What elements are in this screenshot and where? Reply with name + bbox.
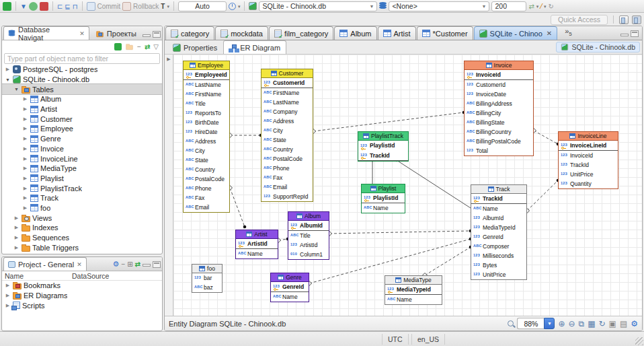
refresh-diagram-icon[interactable]: ↻ xyxy=(598,319,605,328)
expand-arrow-icon[interactable]: ▶ xyxy=(5,67,11,72)
zoom-in-icon[interactable]: ⊕ xyxy=(558,319,565,328)
entity-header[interactable]: foo xyxy=(192,265,222,273)
link-folder-icon[interactable] xyxy=(126,45,132,50)
expand-arrow-icon[interactable]: ▶ xyxy=(13,215,19,221)
entity-column-email[interactable]: ABCEmail xyxy=(261,182,313,192)
entity-column-invoiceid[interactable]: 123InvoiceId xyxy=(465,70,533,80)
view-menu-icon[interactable]: ▽ xyxy=(153,43,159,50)
entity-column-name[interactable]: ABCName xyxy=(362,203,405,213)
entity-column-column1[interactable]: 010Column1 xyxy=(288,250,329,259)
er-relationship-line[interactable] xyxy=(313,112,464,131)
rollback-icon[interactable] xyxy=(122,2,131,11)
entity-column-lastname[interactable]: ABCLastName xyxy=(184,80,229,90)
entity-column-city[interactable]: ABCCity xyxy=(184,146,229,155)
expand-arrow-icon[interactable]: ▶ xyxy=(22,106,28,112)
settings-gear-icon[interactable]: ⚙ xyxy=(113,260,120,269)
compare-icon[interactable]: ⇄ xyxy=(528,2,534,11)
entity-genre[interactable]: Genre123GenreIdABCName xyxy=(270,273,309,302)
connect-plug-icon[interactable] xyxy=(3,2,11,11)
connect-icon[interactable] xyxy=(114,43,122,50)
entity-column-bytes[interactable]: 123Bytes xyxy=(471,261,526,270)
tree-item-playlist[interactable]: ▶Playlist xyxy=(2,174,162,184)
zoom-dropdown-icon[interactable]: ▼ xyxy=(544,318,555,329)
expand-palette-icon[interactable]: ▶ xyxy=(165,55,173,64)
close-icon[interactable]: ✕ xyxy=(77,261,82,268)
expand-arrow-icon[interactable]: ▶ xyxy=(5,283,11,288)
save-image-icon[interactable]: ▣ xyxy=(609,319,616,328)
tree-item-bookmarks[interactable]: ▶Bookmarks xyxy=(2,281,162,291)
schema-combo[interactable]: <None>▼ xyxy=(389,1,489,11)
entity-column-total[interactable]: 123Total xyxy=(465,146,533,155)
expand-arrow-icon[interactable]: ▶ xyxy=(22,126,28,131)
entity-column-phone[interactable]: ABCPhone xyxy=(184,184,229,193)
entity-column-invoicedate[interactable]: 123InvoiceDate xyxy=(465,90,533,99)
transaction-mode-icon[interactable]: T xyxy=(161,2,165,11)
entity-header[interactable]: Customer xyxy=(261,69,313,78)
entity-column-trackid[interactable]: 123TrackId xyxy=(559,160,618,170)
locale-indicator[interactable]: en_US xyxy=(411,334,445,345)
maximize-icon[interactable] xyxy=(153,31,161,38)
entity-column-supportrepid[interactable]: 123SupportRepId xyxy=(261,192,313,201)
maximize-icon[interactable] xyxy=(631,30,639,37)
history-dropdown-icon[interactable]: ▾ xyxy=(238,2,241,11)
entity-column-state[interactable]: ABCState xyxy=(184,155,229,165)
entity-column-billingpostalcode[interactable]: ABCBillingPostalCode xyxy=(465,137,533,146)
entity-column-bar[interactable]: 123bar xyxy=(192,273,222,283)
entity-column-reportsto[interactable]: 123ReportsTo xyxy=(184,108,229,118)
expand-arrow-icon[interactable]: ▶ xyxy=(22,166,28,171)
er-relationship-line[interactable] xyxy=(425,247,471,275)
collapse-arrow-icon[interactable]: ▼ xyxy=(5,77,11,82)
entity-column-albumid[interactable]: 123AlbumId xyxy=(471,213,526,223)
inner-tab-er-diagram[interactable]: ER Diagram xyxy=(223,40,286,54)
object-filter-input[interactable] xyxy=(4,53,160,64)
entity-column-birthdate[interactable]: 123BirthDate xyxy=(184,118,229,127)
entity-column-city[interactable]: ABCCity xyxy=(261,126,313,135)
entity-column-artistid[interactable]: 123ArtistId xyxy=(236,239,278,249)
er-relationship-line[interactable] xyxy=(397,160,471,208)
disconnect-arrow-icon[interactable]: ▼ xyxy=(20,2,27,11)
link-with-editor-icon[interactable]: ⇄ xyxy=(145,43,150,50)
entity-header[interactable]: Genre xyxy=(271,273,309,282)
resize-grip[interactable] xyxy=(635,337,643,345)
close-icon[interactable]: ✕ xyxy=(547,30,552,37)
tab-project-general[interactable]: Project - General ✕ xyxy=(3,257,87,271)
expand-arrow-icon[interactable]: ▶ xyxy=(13,235,19,240)
entity-artist[interactable]: Artist123ArtistIdABCName xyxy=(235,230,278,259)
expand-arrow-icon[interactable]: ▶ xyxy=(22,156,28,162)
tree-item-invoice[interactable]: ▶Invoice xyxy=(2,144,162,154)
close-icon[interactable]: ✕ xyxy=(79,30,85,37)
hidden-tabs-chevron[interactable]: »5 xyxy=(565,27,572,40)
entity-column-firstname[interactable]: ABCFirstName xyxy=(184,90,229,99)
tree-item-table-triggers[interactable]: ▶Table Triggers xyxy=(2,242,162,252)
expand-arrow-icon[interactable]: ▶ xyxy=(22,176,28,181)
entity-column-title[interactable]: ABCTitle xyxy=(184,99,229,108)
entity-column-postalcode[interactable]: ABCPostalCode xyxy=(261,154,313,164)
entity-column-genreid[interactable]: 123GenreId xyxy=(471,232,526,242)
quick-access-field[interactable]: Quick Access xyxy=(551,15,608,25)
open-perspective-icon[interactable] xyxy=(619,15,629,24)
sql-console-icon[interactable]: ⊑ xyxy=(65,2,70,11)
entity-column-quantity[interactable]: 123Quantity xyxy=(559,179,618,188)
transaction-dropdown-icon[interactable]: ▾ xyxy=(167,2,169,11)
column-name[interactable]: Name xyxy=(2,272,72,280)
collapse-all-icon[interactable]: − xyxy=(121,261,125,268)
rollback-label[interactable]: Rollback xyxy=(133,2,159,11)
entity-column-name[interactable]: ABCName xyxy=(271,292,309,302)
entity-column-country[interactable]: ABCCountry xyxy=(261,145,313,154)
editor-tab-album[interactable]: Album xyxy=(334,26,376,40)
zoom-combo[interactable]: 88% ▼ xyxy=(517,318,555,329)
editor-tab--customer[interactable]: *Customer xyxy=(417,26,473,40)
entity-column-company[interactable]: ABCCompany xyxy=(261,107,313,116)
entity-column-composer[interactable]: ABCComposer xyxy=(471,242,526,251)
entity-column-billingcity[interactable]: ABCBillingCity xyxy=(465,108,533,118)
link-with-editor-icon[interactable]: ⇄ xyxy=(135,261,140,268)
maximize-icon[interactable] xyxy=(153,261,161,268)
er-relationship-line[interactable] xyxy=(329,231,471,234)
active-datasource-badge[interactable]: SQLite - Chinook.db xyxy=(556,42,640,53)
wand-dropdown-icon[interactable]: ▾ xyxy=(544,2,547,11)
entity-track[interactable]: Track123TrackIdABCName123AlbumId123Media… xyxy=(471,184,527,280)
column-datasource[interactable]: DataSource xyxy=(72,272,109,280)
entity-column-mediatypeid[interactable]: 123MediaTypeId xyxy=(385,285,442,295)
entity-header[interactable]: MediaType xyxy=(385,276,442,285)
connection-combo[interactable]: SQLite - Chinook.db▼ xyxy=(259,1,377,11)
